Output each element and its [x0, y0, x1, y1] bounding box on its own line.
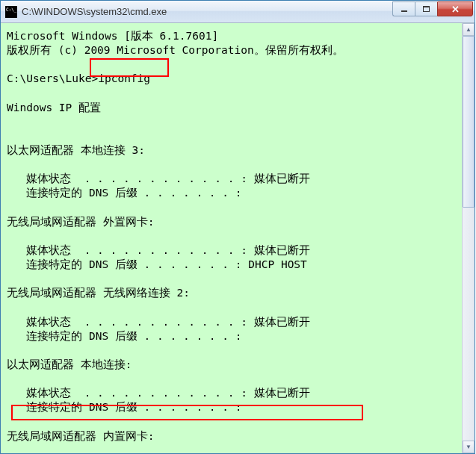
- adapter-title: 无线局域网适配器 内置网卡:: [7, 430, 154, 442]
- adapter-line-label: 媒体状态 . . . . . . . . . . . . :: [7, 172, 254, 184]
- adapter-line-value: DHCP HOST: [248, 258, 307, 270]
- adapter-line-value: 媒体已断开: [254, 244, 310, 256]
- adapter-line-label: 媒体状态 . . . . . . . . . . . . :: [7, 316, 254, 328]
- scroll-down-button[interactable]: ▼: [463, 441, 475, 453]
- minimize-icon: [401, 10, 407, 12]
- close-button[interactable]: ✕: [437, 1, 473, 16]
- minimize-button[interactable]: [392, 1, 415, 16]
- adapter-line-label: 媒体状态 . . . . . . . . . . . . :: [7, 244, 254, 256]
- close-icon: ✕: [451, 4, 460, 15]
- cmd-icon: [5, 6, 17, 18]
- scroll-thumb[interactable]: [463, 36, 475, 208]
- adapter-line-value: 媒体已断开: [254, 316, 310, 328]
- vertical-scrollbar[interactable]: ▲ ▼: [462, 23, 475, 453]
- console-output[interactable]: Microsoft Windows [版本 6.1.7601] 版权所有 (c)…: [1, 23, 475, 453]
- maximize-icon: [423, 6, 430, 12]
- adapter-line-label: 连接特定的 DNS 后缀 . . . . . . . :: [7, 401, 248, 413]
- chevron-up-icon: ▲: [466, 26, 472, 33]
- adapter-line-value: 媒体已断开: [254, 387, 310, 399]
- scroll-up-button[interactable]: ▲: [463, 23, 475, 36]
- titlebar[interactable]: C:\WINDOWS\system32\cmd.exe ✕: [1, 1, 475, 23]
- prompt: C:\Users\Luke>: [7, 72, 98, 84]
- cmd-window: C:\WINDOWS\system32\cmd.exe ✕ Microsoft …: [0, 0, 475, 454]
- heading: Windows IP 配置: [7, 102, 101, 114]
- adapter-title: 以太网适配器 本地连接:: [7, 358, 132, 370]
- command-text: ipconfig: [98, 72, 150, 84]
- adapter-line-label: 媒体状态 . . . . . . . . . . . . :: [7, 387, 254, 399]
- adapter-line-label: 连接特定的 DNS 后缀 . . . . . . . :: [7, 330, 248, 342]
- window-controls: ✕: [392, 1, 473, 18]
- line-copyright: 版权所有 (c) 2009 Microsoft Corporation。保留所有…: [7, 44, 344, 56]
- adapter-line-label: 连接特定的 DNS 后缀 . . . . . . . :: [7, 258, 248, 270]
- line-version: Microsoft Windows [版本 6.1.7601]: [7, 30, 218, 42]
- adapter-line-label: 连接特定的 DNS 后缀 . . . . . . . :: [7, 187, 248, 199]
- adapter-line-value: 媒体已断开: [254, 172, 310, 184]
- adapter-title: 无线局域网适配器 无线网络连接 2:: [7, 287, 190, 299]
- maximize-button[interactable]: [415, 1, 437, 16]
- window-title: C:\WINDOWS\system32\cmd.exe: [22, 6, 392, 17]
- chevron-down-icon: ▼: [466, 444, 472, 450]
- adapter-title: 无线局域网适配器 外置网卡:: [7, 216, 154, 228]
- adapter-title: 以太网适配器 本地连接 3:: [7, 144, 145, 156]
